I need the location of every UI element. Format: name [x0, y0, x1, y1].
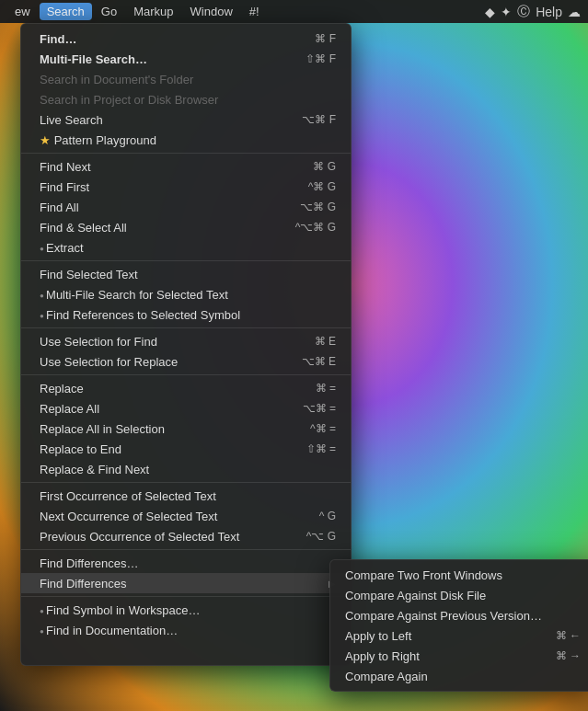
- icon-diamond[interactable]: ◆: [485, 5, 495, 19]
- menu-use-selection-replace[interactable]: Use Selection for Replace ⌥⌘ E: [21, 351, 351, 372]
- search-dropdown-menu: Find… ⌘ F Multi-File Search… ⇧⌘ F Search…: [20, 23, 352, 666]
- submenu-compare-again[interactable]: Compare Again: [330, 666, 588, 686]
- menu-item-go[interactable]: Go: [94, 3, 124, 20]
- menu-find-all[interactable]: Find All ⌥⌘ G: [21, 197, 351, 217]
- menu-find-next[interactable]: Find Next ⌘ G: [21, 156, 351, 177]
- menu-replace[interactable]: Replace ⌘ =: [21, 378, 351, 398]
- separator-1: [21, 153, 351, 154]
- submenu-apply-to-right[interactable]: Apply to Right ⌘ →: [330, 646, 588, 666]
- separator-4: [21, 374, 351, 375]
- menu-find-symbol[interactable]: Find in Documentation…: [21, 620, 351, 640]
- menu-replace-to-end[interactable]: Replace to End ⇧⌘ =: [21, 439, 351, 459]
- menu-bar: ew Search Go Markup Window #! ◆ ✦ Ⓒ Help…: [0, 0, 588, 23]
- dropbox-icon[interactable]: ☁: [568, 5, 581, 19]
- menu-use-selection-find[interactable]: Use Selection for Find ⌘ E: [21, 331, 351, 351]
- menu-next-occurrence[interactable]: Next Occurrence of Selected Text ^ G: [21, 506, 351, 526]
- help-icon[interactable]: Help: [536, 5, 562, 19]
- menu-find[interactable]: Find… ⌘ F: [21, 29, 351, 49]
- menu-replace-all[interactable]: Replace All ⌥⌘ =: [21, 398, 351, 419]
- menu-find-definition[interactable]: Find Symbol in Workspace…: [21, 600, 351, 620]
- menu-first-occurrence[interactable]: First Occurrence of Selected Text: [21, 486, 351, 506]
- menu-replace-all-selection[interactable]: Replace All in Selection ^⌘ =: [21, 419, 351, 439]
- submenu-apply-to-left[interactable]: Apply to Left ⌘ ←: [330, 625, 588, 646]
- menu-search-in-project: Search in Project or Disk Browser: [21, 89, 351, 109]
- menu-find-references[interactable]: Find References to Selected Symbol: [21, 304, 351, 325]
- menu-replace-find-next[interactable]: Replace & Find Next: [21, 459, 351, 479]
- menu-multi-file-search[interactable]: Multi-File Search… ⇧⌘ F: [21, 49, 351, 69]
- menu-find-first[interactable]: Find First ^⌘ G: [21, 177, 351, 197]
- menu-search-in-folder: Search in Document's Folder: [21, 69, 351, 89]
- menu-prev-occurrence[interactable]: Previous Occurrence of Selected Text ^⌥ …: [21, 526, 351, 546]
- menu-pattern-playground[interactable]: Pattern Playground: [21, 130, 351, 150]
- separator-3: [21, 327, 351, 328]
- menu-find-select-all[interactable]: Find & Select All ^⌥⌘ G: [21, 217, 351, 237]
- menu-find-differences-dots[interactable]: Find Differences…: [21, 553, 351, 573]
- menu-live-search[interactable]: Live Search ⌥⌘ F: [21, 109, 351, 130]
- menu-item-window[interactable]: Window: [183, 3, 240, 20]
- submenu-compare-against-disk[interactable]: Compare Against Disk File: [330, 585, 588, 605]
- submenu-compare-two-front[interactable]: Compare Two Front Windows: [330, 565, 588, 585]
- menu-find-selected-text[interactable]: Find Selected Text: [21, 264, 351, 284]
- menu-item-search[interactable]: Search: [40, 3, 92, 20]
- separator-6: [21, 549, 351, 550]
- menu-extract[interactable]: Extract: [21, 237, 351, 258]
- icon-star[interactable]: ✦: [501, 5, 512, 19]
- find-differences-submenu: Compare Two Front Windows Compare Agains…: [329, 559, 588, 692]
- menu-bar-right-icons: ◆ ✦ Ⓒ Help ☁: [485, 4, 581, 20]
- menu-find-documentation[interactable]: [21, 640, 351, 660]
- menu-multi-file-selected[interactable]: Multi-File Search for Selected Text: [21, 284, 351, 304]
- icon-circle-c[interactable]: Ⓒ: [517, 4, 530, 20]
- menu-item-markup[interactable]: Markup: [126, 3, 180, 20]
- submenu-compare-previous-version[interactable]: Compare Against Previous Version…: [330, 605, 588, 625]
- separator-5: [21, 482, 351, 483]
- menu-find-differences-sub[interactable]: Find Differences ▶: [21, 573, 351, 593]
- menu-item-hashbang[interactable]: #!: [242, 3, 267, 20]
- menu-item-ew[interactable]: ew: [7, 3, 38, 20]
- separator-2: [21, 260, 351, 261]
- separator-7: [21, 596, 351, 597]
